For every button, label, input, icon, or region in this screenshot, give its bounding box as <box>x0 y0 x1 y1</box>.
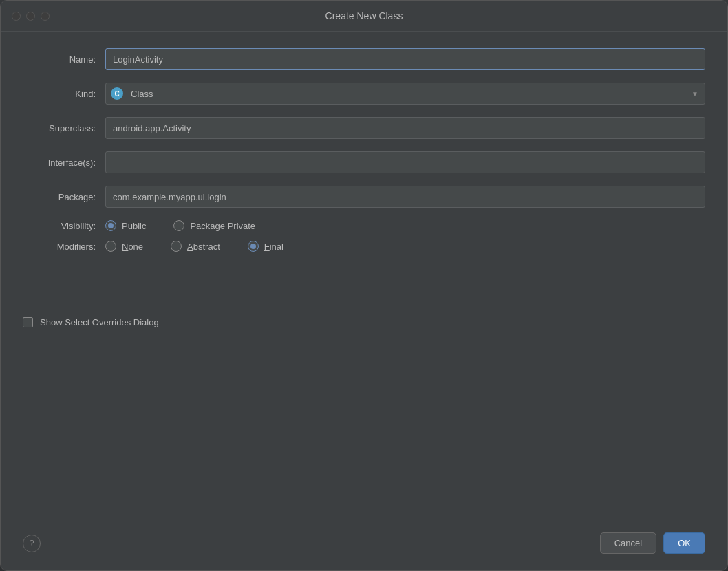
interfaces-input[interactable] <box>105 151 705 173</box>
modifier-abstract-radio[interactable] <box>171 241 182 252</box>
interfaces-row: Interface(s): <box>23 151 705 173</box>
modifier-final-label: Final <box>264 241 283 252</box>
kind-label: Kind: <box>23 89 105 99</box>
cancel-button[interactable]: Cancel <box>600 532 656 554</box>
modifier-none-radio[interactable] <box>105 241 116 252</box>
class-icon: C <box>111 87 123 100</box>
footer-buttons: Cancel OK <box>600 532 705 554</box>
title-bar: Create New Class <box>1 1 727 32</box>
visibility-row: Visibility: Public Package Private <box>23 220 705 231</box>
visibility-public-option[interactable]: Public <box>105 220 146 231</box>
modifiers-radio-group: None Abstract Final <box>105 241 705 252</box>
modifier-final-radio[interactable] <box>248 241 259 252</box>
show-overrides-label: Show Select Overrides Dialog <box>40 317 159 327</box>
kind-select-wrapper: C Class Interface Enum Annotation ▼ <box>105 83 705 105</box>
minimize-button[interactable] <box>26 12 35 21</box>
visibility-label: Visibility: <box>23 221 105 231</box>
package-label: Package: <box>23 192 105 202</box>
close-button[interactable] <box>12 12 21 21</box>
name-row: Name: <box>23 48 705 70</box>
maximize-button[interactable] <box>41 12 50 21</box>
modifier-abstract-option[interactable]: Abstract <box>171 241 220 252</box>
dialog-footer: ? Cancel OK <box>1 521 727 570</box>
help-button[interactable]: ? <box>23 535 41 552</box>
create-new-class-dialog: Create New Class Name: Kind: C Class Int… <box>0 0 728 571</box>
visibility-package-private-option[interactable]: Package Private <box>173 220 255 231</box>
modifiers-label: Modifiers: <box>23 241 105 252</box>
visibility-package-private-radio[interactable] <box>173 220 184 231</box>
ok-button[interactable]: OK <box>663 532 705 554</box>
dialog-title: Create New Class <box>325 10 403 21</box>
divider <box>23 303 705 303</box>
visibility-package-private-label: Package Private <box>190 221 255 231</box>
visibility-public-radio[interactable] <box>105 220 116 231</box>
show-overrides-checkbox[interactable] <box>23 317 33 327</box>
name-label: Name: <box>23 54 105 65</box>
modifiers-row: Modifiers: None Abstract Final <box>23 241 705 252</box>
modifier-none-option[interactable]: None <box>105 241 143 252</box>
kind-select[interactable]: Class Interface Enum Annotation <box>105 83 705 105</box>
visibility-radio-group: Public Package Private <box>105 220 705 231</box>
superclass-row: Superclass: <box>23 117 705 139</box>
kind-row: Kind: C Class Interface Enum Annotation … <box>23 83 705 105</box>
modifier-none-label: None <box>122 241 143 252</box>
visibility-public-label: Public <box>122 221 146 231</box>
superclass-label: Superclass: <box>23 123 105 133</box>
checkbox-row: Show Select Overrides Dialog <box>23 317 705 327</box>
interfaces-label: Interface(s): <box>23 158 105 168</box>
modifier-abstract-label: Abstract <box>187 241 220 252</box>
traffic-lights <box>12 12 50 21</box>
package-row: Package: <box>23 186 705 208</box>
superclass-input[interactable] <box>105 117 705 139</box>
dialog-content: Name: Kind: C Class Interface Enum Annot… <box>1 32 727 521</box>
package-input[interactable] <box>105 186 705 208</box>
modifier-final-option[interactable]: Final <box>248 241 283 252</box>
name-input[interactable] <box>105 48 705 70</box>
